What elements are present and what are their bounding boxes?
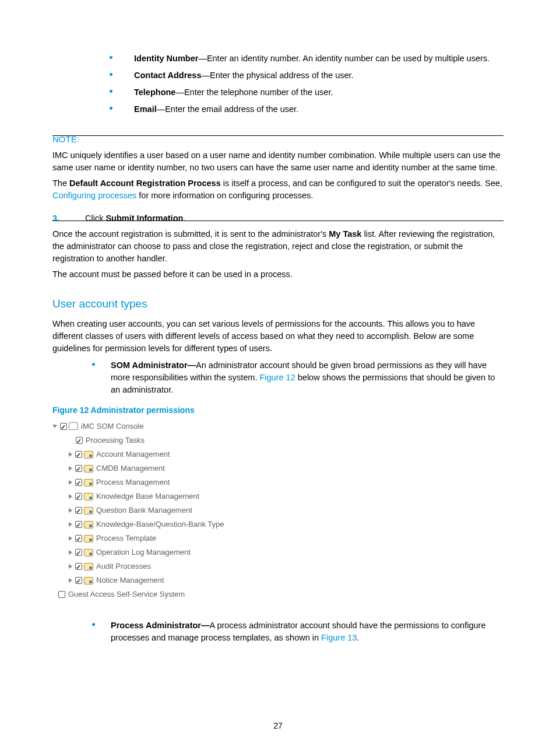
bullet-icon — [110, 90, 112, 93]
tree-label: Knowledge Base Management — [96, 489, 199, 503]
checkbox-icon — [76, 437, 83, 444]
text-bold: Submit Information — [105, 214, 183, 223]
chevron-right-icon — [69, 508, 72, 513]
tree-branch: CMDB Management — [52, 461, 504, 475]
page: Identity Number—Enter an identity number… — [0, 0, 556, 756]
term: Identity Number — [134, 54, 198, 63]
step-follow-2: The account must be passed before it can… — [52, 268, 504, 281]
permission-tree: iMC SOM Console Processing Tasks Account… — [52, 419, 504, 602]
note-darp: The Default Account Registration Process… — [52, 177, 504, 202]
tree-root: iMC SOM Console — [52, 419, 504, 433]
folder-icon — [84, 465, 93, 473]
chevron-right-icon — [69, 522, 72, 527]
step-body: Click Submit Information. — [85, 212, 504, 225]
checkbox-icon — [75, 563, 82, 570]
checkbox-icon — [58, 591, 65, 598]
term-desc: —Enter the physical address of the user. — [201, 71, 353, 80]
tree-label: Process Management — [96, 475, 170, 489]
folder-open-icon — [69, 422, 78, 430]
tree-branch: Audit Processes — [52, 559, 504, 573]
divider — [52, 220, 504, 221]
text: is itself a process, and can be configur… — [221, 178, 502, 188]
list-item: SOM Administrator—An administrator accou… — [111, 359, 498, 396]
bullet-icon — [110, 56, 112, 59]
bullet-icon — [110, 107, 112, 110]
text-bold: My Task — [329, 229, 361, 239]
text: for more information on configuring proc… — [136, 191, 313, 200]
text: The — [52, 178, 69, 188]
tree-branch: Account Management — [52, 447, 504, 461]
chevron-right-icon — [69, 536, 72, 541]
tree-label: CMDB Management — [96, 461, 165, 475]
checkbox-icon — [75, 577, 82, 584]
text: Click — [85, 214, 105, 223]
folder-icon — [84, 493, 93, 501]
tree-label: Account Management — [96, 447, 170, 461]
tree-branch: Notice Management — [52, 573, 504, 587]
role-list: SOM Administrator—An administrator accou… — [52, 359, 504, 396]
checkbox-icon — [75, 507, 82, 514]
tree-label: Knowledge-Base/Question-Bank Type — [96, 517, 224, 531]
tree-branch: Process Management — [52, 475, 504, 489]
text: . — [357, 633, 359, 642]
folder-icon — [84, 451, 93, 459]
divider — [52, 135, 504, 136]
link-figure-12[interactable]: Figure 12 — [259, 373, 295, 382]
bullet-icon — [92, 623, 95, 626]
definition-list: Identity Number—Enter an identity number… — [52, 52, 504, 116]
checkbox-icon — [75, 479, 82, 486]
list-item: Process Administrator—A process administ… — [111, 620, 498, 644]
checkbox-icon — [75, 465, 82, 472]
bullet-icon — [110, 73, 112, 76]
checkbox-icon — [75, 549, 82, 556]
figure-caption: Figure 12 Administrator permissions — [52, 404, 504, 416]
section-intro: When creating user accounts, you can set… — [52, 318, 504, 355]
term-desc: —Enter an identity number. An identity n… — [198, 54, 490, 63]
link-configuring-processes[interactable]: Configuring processes — [52, 191, 136, 200]
text: . — [183, 214, 185, 223]
bullet-icon — [92, 363, 95, 366]
chevron-right-icon — [69, 480, 72, 485]
tree-label: iMC SOM Console — [81, 419, 144, 433]
chevron-right-icon — [69, 578, 72, 583]
tree-branch: Knowledge-Base/Question-Bank Type — [52, 517, 504, 531]
text: Once the account registration is submitt… — [52, 229, 329, 239]
checkbox-icon — [75, 493, 82, 500]
checkbox-icon — [60, 423, 67, 430]
checkbox-icon — [75, 451, 82, 458]
list-item: Identity Number—Enter an identity number… — [134, 52, 498, 65]
tree-leaf: Processing Tasks — [52, 433, 504, 447]
folder-icon — [84, 563, 93, 570]
term-desc: —Enter the telephone number of the user. — [175, 88, 333, 97]
tree-label: Question Bank Management — [96, 503, 192, 517]
tree-label: Notice Management — [96, 573, 164, 587]
term: Email — [134, 104, 157, 114]
tree-branch: Knowledge Base Management — [52, 489, 504, 503]
folder-icon — [84, 549, 93, 556]
list-item: Telephone—Enter the telephone number of … — [134, 86, 498, 99]
page-number: 27 — [0, 720, 556, 732]
term: Telephone — [134, 88, 175, 97]
link-figure-13[interactable]: Figure 13 — [321, 633, 357, 642]
folder-icon — [84, 507, 93, 514]
tree-label: Operation Log Management — [96, 545, 191, 559]
step-follow-1: Once the account registration is submitt… — [52, 228, 504, 265]
chevron-right-icon — [69, 452, 72, 457]
note-body: IMC uniquely identifies a user based on … — [52, 149, 504, 174]
tree-label: Processing Tasks — [86, 433, 145, 447]
term: Contact Address — [134, 71, 201, 80]
tree-label: Guest Access Self-Service System — [68, 587, 185, 601]
chevron-right-icon — [69, 564, 72, 569]
term-desc: —Enter the email address of the user. — [157, 104, 298, 114]
tree-branch: Operation Log Management — [52, 545, 504, 559]
folder-icon — [84, 479, 93, 487]
folder-icon — [84, 535, 93, 542]
chevron-right-icon — [69, 494, 72, 499]
tree-branch: Process Template — [52, 531, 504, 545]
term: Process Administrator— — [111, 621, 209, 630]
step-number: 3. — [52, 212, 85, 225]
tree-label: Process Template — [96, 531, 156, 545]
checkbox-icon — [75, 535, 82, 542]
chevron-down-icon — [52, 425, 57, 428]
tree-label: Audit Processes — [96, 559, 151, 573]
